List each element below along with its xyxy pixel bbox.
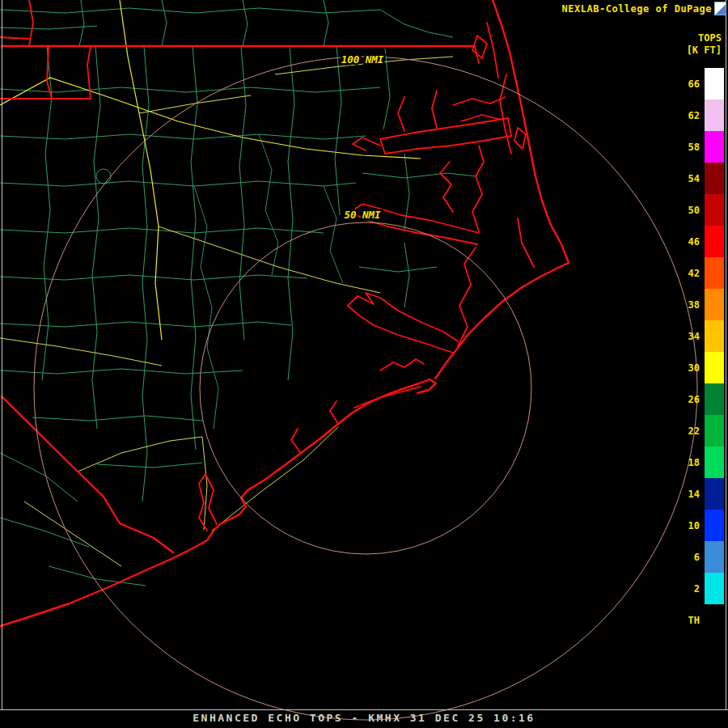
radar-product-page: { "header": { "brand": "NEXLAB-College o…: [0, 0, 728, 728]
legend-label: 62: [680, 110, 700, 121]
legend-row: 22: [680, 415, 724, 447]
legend-swatch: [705, 383, 724, 415]
legend-row: TH: [680, 604, 724, 636]
legend-label: 66: [680, 78, 700, 90]
legend-label: TH: [680, 615, 700, 626]
legend-swatch: [705, 573, 724, 604]
legend-swatch: [705, 510, 724, 541]
legend-label: 14: [680, 489, 700, 500]
legend-row: 2: [680, 573, 724, 604]
legend-label: 46: [680, 236, 700, 248]
range-ring-100nmi: [34, 57, 697, 720]
legend-label: 30: [680, 362, 700, 374]
range-ring-50nmi: [200, 222, 531, 554]
legend-label: 34: [680, 331, 700, 342]
legend-color-scale: 66625854504642383430262218141062TH: [680, 68, 724, 636]
radar-map: 100 NMI 50 NMI: [0, 0, 728, 728]
legend-swatch: [705, 604, 724, 636]
frame-border-right: [726, 0, 726, 710]
legend-row: 6: [680, 541, 724, 573]
highway-lines-layer: [0, 0, 421, 340]
legend-swatch: [705, 131, 724, 163]
legend-row: 30: [680, 352, 724, 383]
legend-label: 22: [680, 425, 700, 437]
legend-swatch: [705, 352, 724, 383]
legend-swatch: [705, 415, 724, 447]
product-caption: ENHANCED ECHO TOPS - KMHX 31 DEC 25 10:1…: [0, 712, 728, 724]
legend-swatch: [705, 289, 724, 320]
range-label-50nmi: 50 NMI: [344, 209, 381, 221]
legend-label: 18: [680, 457, 700, 468]
legend-row: 50: [680, 194, 724, 226]
coast-border-layer: [0, 0, 569, 626]
legend-row: 26: [680, 383, 724, 415]
legend-row: 62: [680, 99, 724, 131]
coastline-outer-banks: [435, 0, 569, 379]
legend-title: TOPS: [698, 32, 722, 44]
legend-row: 10: [680, 510, 724, 541]
legend-label: 54: [680, 173, 700, 184]
frame-border-bottom: [0, 709, 728, 710]
corner-logo-icon: [714, 2, 726, 15]
legend-label: 50: [680, 205, 700, 216]
legend-label: 42: [680, 268, 700, 279]
legend-swatch: [705, 99, 724, 131]
legend-units: [K FT]: [687, 44, 722, 56]
stream-lines-layer: [194, 134, 343, 429]
legend-row: 42: [680, 257, 724, 289]
legend-swatch: [705, 478, 724, 510]
state-border-south: [2, 396, 173, 552]
legend-row: 66: [680, 68, 724, 99]
county-lines-layer: [0, 0, 477, 586]
legend-row: 46: [680, 226, 724, 257]
estuary-detail-layer: [0, 0, 534, 531]
legend-swatch: [705, 194, 724, 226]
legend-swatch: [705, 226, 724, 257]
legend-label: 58: [680, 142, 700, 153]
legend-row: 18: [680, 447, 724, 478]
range-label-100nmi: 100 NMI: [341, 53, 384, 66]
legend-label: 38: [680, 299, 700, 311]
legend-label: 6: [680, 552, 700, 563]
range-rings: [34, 57, 697, 720]
legend-swatch: [705, 68, 724, 99]
legend-row: 54: [680, 163, 724, 194]
legend-label: 26: [680, 394, 700, 405]
legend-label: 2: [680, 583, 700, 595]
frame-border-left: [2, 0, 2, 710]
legend-swatch: [705, 163, 724, 194]
legend-row: 34: [680, 320, 724, 352]
legend-swatch: [705, 541, 724, 573]
brand-text: NEXLAB-College of DuPage: [562, 3, 712, 15]
legend-row: 14: [680, 478, 724, 510]
legend-swatch: [705, 320, 724, 352]
legend-swatch: [705, 257, 724, 289]
coastline-south: [0, 379, 436, 626]
legend-row: 58: [680, 131, 724, 163]
legend-swatch: [705, 447, 724, 478]
legend-row: 38: [680, 289, 724, 320]
legend-label: 10: [680, 520, 700, 531]
